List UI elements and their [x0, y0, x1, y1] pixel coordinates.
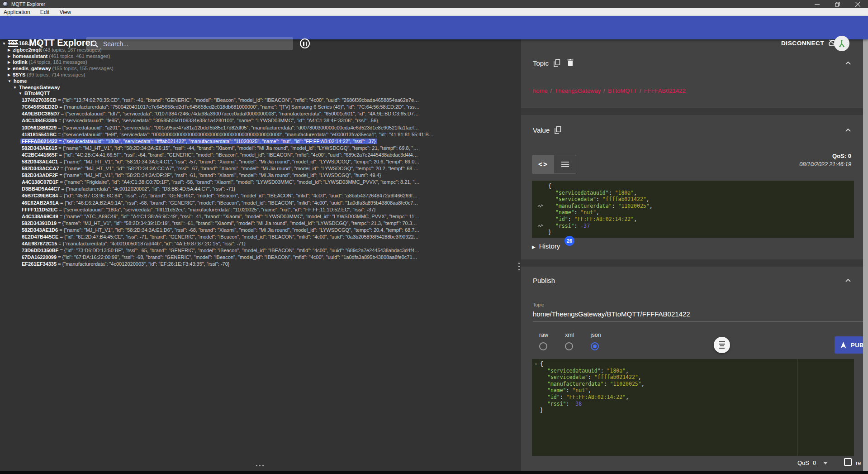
tree-row[interactable]: 582D343ADF2F = {"name": "MJ_HT_V1", "id"…: [0, 172, 521, 179]
tree-row[interactable]: 582D343AE4C1 = {"name": "MJ_HT_V1", "id"…: [0, 158, 521, 165]
radio-unselected-icon[interactable]: [565, 342, 573, 350]
tree-row[interactable]: 1374027035CD = {"id": "13:74:02:70:35:CD…: [0, 97, 521, 104]
more-dots-icon[interactable]: [256, 465, 264, 466]
json-value: "ffffab021422": [602, 196, 646, 202]
list-view-button[interactable]: [554, 155, 576, 173]
search-box[interactable]: [86, 37, 293, 50]
history-count-badge: 26: [564, 236, 574, 246]
tree-row[interactable]: 67DA16220099 = {"id": "67:DA:16:22:00:99…: [0, 254, 521, 261]
json-line: "servicedatauuid": "180a",: [548, 190, 637, 196]
qos-dropdown-icon[interactable]: [823, 462, 828, 464]
close-button[interactable]: [848, 0, 868, 8]
tree-row[interactable]: 7C645658ED2D = {"manufacturerdata": "750…: [0, 104, 521, 110]
sparkline-icon[interactable]: [532, 223, 548, 230]
tree-row[interactable]: 582D34391D19 = {"name": "MJ_HT_V1", "id"…: [0, 220, 521, 227]
search-input[interactable]: [103, 40, 289, 48]
json-key: "name": [547, 387, 566, 393]
breadcrumb: home/TheengsGateway/BTtoMQTT/FFFFAB02142…: [533, 87, 685, 94]
tree-row[interactable]: A4C1384E3306 = {"servicedatauuid": "fe95…: [0, 117, 521, 124]
publish-template-button[interactable]: [714, 337, 730, 353]
tree-row[interactable]: 4C2BC441665F = {"id": "4C:2B:C4:41:66:5F…: [0, 152, 521, 158]
breadcrumb-segment[interactable]: home: [533, 87, 548, 94]
tree-row[interactable]: 582D343ACCA7 = {"name": "MJ_HT_V1", "id"…: [0, 165, 521, 172]
gutter: [532, 387, 540, 394]
tree-row[interactable]: 582D343AE1D6 = {"name": "MJ_HT_V1", "id"…: [0, 227, 521, 234]
menu-icon[interactable]: [8, 40, 18, 47]
collapse-topic-chevron[interactable]: [845, 61, 851, 65]
collapse-value-chevron[interactable]: [845, 128, 851, 132]
tree-group-homeassistant[interactable]: ▶homeassistant (461 topics, 461 messages…: [0, 53, 521, 60]
chevron-right-icon: ▶: [8, 67, 10, 71]
gutter: [532, 209, 548, 216]
tree-row-id: 4A9EBDC365D7: [22, 111, 60, 116]
tree-row[interactable]: 4181815541BC = {"servicedatauuid": "fe9f…: [0, 131, 521, 138]
tree-row-value: = {"id": "67:DA:16:22:00:99", "rssi": -6…: [57, 254, 417, 260]
json-value: "FF:FF:AB:02:14:22": [566, 394, 626, 400]
code-view-button[interactable]: <>: [532, 155, 554, 173]
tree-row[interactable]: A4C138A69C49 = {"name": "ATC_A69C49", "i…: [0, 213, 521, 220]
delete-topic-icon[interactable]: [567, 59, 574, 67]
gutter: [532, 190, 548, 196]
tree-row[interactable]: 45B7C39E6C84 = {"id": "45:B7:C3:9E:6C:84…: [0, 192, 521, 199]
json-key: "servicedatauuid": [547, 368, 601, 374]
tree-row[interactable]: 4A9EBDC365D7 = {"servicedatauuid": "fdf7…: [0, 110, 521, 117]
tree-row[interactable]: A4C138C07D1F = {"name": "Frigidaire", "i…: [0, 179, 521, 186]
format-option-xml[interactable]: xml: [565, 332, 574, 350]
copy-value-icon[interactable]: [555, 126, 561, 134]
value-json[interactable]: {"servicedatauuid": "180a","servicedata"…: [532, 181, 854, 238]
fold-icon[interactable]: ▾: [532, 361, 540, 368]
breadcrumb-segment[interactable]: TheengsGateway: [555, 87, 601, 94]
breadcrumb-segment[interactable]: BTtoMQTT: [608, 87, 637, 94]
tree-group-sys[interactable]: ▶$SYS (39 topics, 714 messages): [0, 72, 521, 78]
format-option-raw[interactable]: raw: [539, 332, 548, 350]
tree-row[interactable]: 4AE987872C15 = {"manufacturerdata": "4c0…: [0, 240, 521, 247]
gutter: [532, 368, 540, 374]
app-icon: [3, 1, 8, 7]
maximize-button[interactable]: [827, 0, 848, 8]
radio-selected-icon[interactable]: [591, 342, 599, 350]
tree-row[interactable]: 73D6DD1350BF = {"id": "73:D6:DD:13:50:BF…: [0, 247, 521, 254]
panel-resize-handle[interactable]: [518, 263, 520, 270]
topic-section-header: Topic: [533, 59, 549, 67]
right-panel-scrollbar[interactable]: [863, 39, 868, 471]
format-option-json[interactable]: json: [591, 332, 601, 350]
copy-topic-icon[interactable]: [554, 59, 560, 67]
tree-row[interactable]: EF261EF34335 = {"manufacturerdata": "4c0…: [0, 261, 521, 268]
pause-button[interactable]: [300, 38, 310, 48]
json-brace: {: [548, 183, 551, 190]
retain-checkbox[interactable]: [844, 458, 852, 466]
menu-item-application[interactable]: Application: [0, 9, 35, 15]
breadcrumb-separator: /: [548, 87, 555, 94]
tree-row[interactable]: 10D5618B6229 = {"servicedatauuid": "a201…: [0, 124, 521, 131]
tree-group-iotlink[interactable]: ▶iotlink (14 topics, 181 messages): [0, 59, 521, 66]
tree-group-label: enedis_gateway: [13, 66, 51, 71]
menu-item-view[interactable]: View: [54, 9, 76, 15]
tree-folder-home[interactable]: ▼home: [0, 78, 521, 85]
tree-row[interactable]: 46E62AB2A91A = {"id": "46:E6:2A:B2:A9:1A…: [0, 200, 521, 206]
format-radio-group: rawxmljson: [539, 332, 601, 350]
avatar[interactable]: [834, 36, 849, 51]
disconnect-button[interactable]: DISCONNECT: [781, 39, 838, 47]
tree-folder-bttomqtt[interactable]: ▼BTtoMQTT: [0, 91, 521, 97]
minimize-button[interactable]: [807, 0, 827, 8]
tree-group-enedis_gateway[interactable]: ▶enedis_gateway (155 topics, 155 message…: [0, 66, 521, 72]
tree-row[interactable]: 6E2D47B445CE = {"id": "6E:2D:47:B4:45:CE…: [0, 234, 521, 240]
tree-row-id: 582D343AE4C1: [22, 159, 58, 164]
tree-row[interactable]: 582D343AE615 = {"name": "MJ_HT_V1", "id"…: [0, 145, 521, 152]
menu-item-edit[interactable]: Edit: [35, 9, 55, 15]
sparkline-icon[interactable]: [532, 203, 548, 210]
publish-topic-input[interactable]: home/TheengsGateway/BTtoMQTT/FFFFAB02142…: [533, 310, 863, 321]
gutter: [532, 401, 540, 407]
publish-button[interactable]: PUBL: [835, 336, 863, 354]
collapse-publish-chevron[interactable]: [845, 278, 851, 282]
tree-row[interactable]: FFFF111D52EC = {"servicedatauuid": "180a…: [0, 206, 521, 213]
breadcrumb-segment[interactable]: FFFFAB021422: [644, 87, 686, 94]
publish-json-editor[interactable]: ▾{"servicedatauuid": "180a","servicedata…: [532, 359, 854, 456]
tree-row-value: = {"name": "MJ_HT_V1", "id": "58:2D:34:3…: [58, 227, 419, 233]
json-value: "180a": [615, 190, 634, 196]
tree-folder-theengsgateway[interactable]: ▼TheengsGateway: [0, 85, 521, 91]
history-toggle[interactable]: ▶History: [532, 242, 560, 250]
tree-row[interactable]: FFFFAB021422 = {"servicedatauuid": "180a…: [0, 138, 521, 145]
tree-row[interactable]: D3BB4D5A44C7 = {"manufacturerdata": "4c0…: [0, 186, 521, 192]
radio-unselected-icon[interactable]: [539, 342, 547, 350]
